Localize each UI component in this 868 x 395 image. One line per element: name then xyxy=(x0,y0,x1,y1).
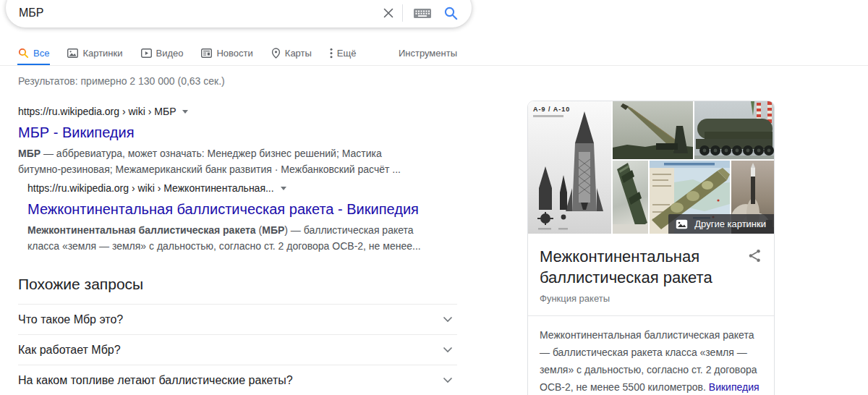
clear-icon[interactable] xyxy=(382,7,395,20)
image-icon xyxy=(676,219,688,229)
related-question[interactable]: Что такое Мбр это? xyxy=(18,305,457,335)
result-type-tabs: Все Картинки Видео Новости Карты xyxy=(18,42,457,64)
chevron-down-icon xyxy=(443,377,453,383)
collage-image-missile-erecting[interactable] xyxy=(613,101,693,159)
tab-news-label: Новости xyxy=(216,48,252,59)
tab-images-label: Картинки xyxy=(82,48,122,59)
collage-image-rocket-diagram[interactable]: A-9 / A-10 xyxy=(528,101,611,234)
tab-more[interactable]: Ещё xyxy=(330,48,357,59)
knowledge-panel: A-9 / A-10 xyxy=(527,101,775,395)
search-input[interactable] xyxy=(19,7,382,20)
keyboard-icon[interactable] xyxy=(413,7,432,20)
collage-diagram-caption xyxy=(533,115,563,117)
wikipedia-link[interactable]: Википедия xyxy=(709,381,760,393)
search-bar xyxy=(6,0,472,27)
share-icon[interactable] xyxy=(747,248,762,266)
collage-image-green-missile[interactable] xyxy=(613,161,648,234)
header-divider xyxy=(0,65,868,66)
tab-maps-label: Карты xyxy=(285,48,312,59)
search-result: https://ru.wikipedia.org › wiki › МБР МБ… xyxy=(18,104,457,177)
more-dots-icon xyxy=(330,48,333,59)
more-images-label: Другие картинки xyxy=(694,218,766,229)
result-url[interactable]: https://ru.wikipedia.org › wiki › МБР xyxy=(18,106,176,117)
knowledge-panel-description: Межконтинентальная баллистическая ракета… xyxy=(528,316,774,395)
search-icon xyxy=(18,48,29,59)
tab-maps[interactable]: Карты xyxy=(271,48,312,59)
people-also-ask: Похожие запросы Что такое Мбр это? Как р… xyxy=(18,275,457,395)
tab-videos[interactable]: Видео xyxy=(141,48,184,59)
tab-news[interactable]: Новости xyxy=(201,48,252,59)
related-question[interactable]: Как работает Мбр? xyxy=(18,335,457,365)
question-label: На каком топливе летают баллистические р… xyxy=(18,374,293,387)
tab-all-label: Все xyxy=(33,48,49,59)
result-title-link[interactable]: МБР - Википедия xyxy=(18,123,457,142)
url-dropdown-icon[interactable] xyxy=(281,187,286,190)
searchbar-divider xyxy=(402,4,403,22)
knowledge-panel-image-collage: A-9 / A-10 xyxy=(528,101,774,234)
related-question[interactable]: На каком топливе летают баллистические р… xyxy=(18,365,457,395)
related-questions-title: Похожие запросы xyxy=(18,275,457,294)
result-snippet: Межконтинентальная баллистическая ракета… xyxy=(27,222,434,254)
tab-images[interactable]: Картинки xyxy=(67,48,122,59)
question-label: Как работает Мбр? xyxy=(18,344,121,357)
result-stats: Результатов: примерно 2 130 000 (0,63 се… xyxy=(18,75,225,87)
knowledge-panel-title: Межконтинентальная баллистическая ракета xyxy=(540,246,749,288)
collage-image-mobile-launcher[interactable] xyxy=(694,101,774,159)
chevron-down-icon xyxy=(443,316,453,323)
google-serp-page: Все Картинки Видео Новости Карты xyxy=(0,0,868,395)
news-icon xyxy=(201,48,212,58)
result-url[interactable]: https://ru.wikipedia.org › wiki › Межкон… xyxy=(27,182,274,194)
chevron-down-icon xyxy=(443,347,453,353)
url-dropdown-icon[interactable] xyxy=(182,110,188,114)
question-label: Что такое Мбр это? xyxy=(18,313,123,326)
images-icon xyxy=(67,48,78,58)
result-snippet: МБР — аббревиатура, может означать: Мене… xyxy=(18,145,425,177)
video-icon xyxy=(141,48,152,58)
tab-all[interactable]: Все xyxy=(18,48,49,59)
collage-diagram-label: A-9 / A-10 xyxy=(533,106,570,113)
search-result: https://ru.wikipedia.org › wiki › Межкон… xyxy=(27,181,457,254)
more-images-button[interactable]: Другие картинки xyxy=(668,214,774,234)
tab-videos-label: Видео xyxy=(156,48,184,59)
search-submit-icon[interactable] xyxy=(443,6,459,21)
tab-more-label: Ещё xyxy=(337,48,357,59)
knowledge-panel-subtitle: Функция ракеты xyxy=(540,293,762,304)
result-title-link[interactable]: Межконтинентальная баллистическая ракета… xyxy=(27,200,457,218)
tools-button[interactable]: Инструменты xyxy=(399,48,457,59)
map-pin-icon xyxy=(271,48,281,59)
